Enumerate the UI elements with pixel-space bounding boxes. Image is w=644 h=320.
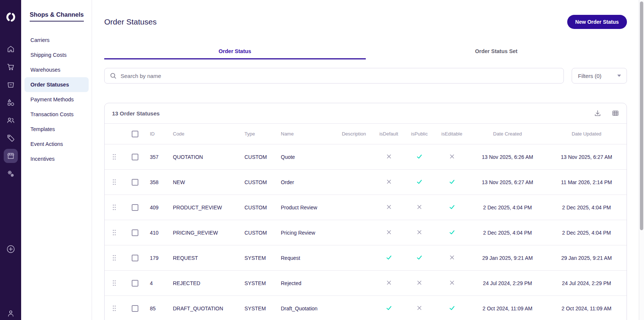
scrollbar-thumb[interactable] bbox=[640, 1, 643, 230]
cell-name: Quote bbox=[277, 154, 334, 160]
subnav-item[interactable]: Templates bbox=[24, 122, 89, 137]
cell-date-created: 2 Dec 2025, 4:04 PM bbox=[469, 205, 546, 210]
order-statuses-card: 13 Order Statuses ID Code Type Name Desc… bbox=[104, 103, 627, 320]
cell-type: SYSTEM bbox=[241, 255, 277, 261]
col-header-isdefault: isDefault bbox=[374, 131, 404, 137]
subnav-item[interactable]: Payment Methods bbox=[24, 92, 89, 107]
cell-ispublic bbox=[404, 254, 435, 262]
cell-iseditable bbox=[435, 280, 469, 287]
cell-code: NEW bbox=[169, 179, 241, 185]
select-all-checkbox[interactable] bbox=[132, 131, 138, 137]
row-checkbox[interactable] bbox=[132, 204, 138, 211]
cell-date-created: 13 Nov 2025, 6:27 AM bbox=[469, 179, 546, 185]
drag-handle-icon[interactable] bbox=[105, 204, 124, 210]
col-header-date-updated: Date Updated bbox=[546, 131, 627, 137]
subnav-item[interactable]: Transaction Costs bbox=[24, 107, 89, 122]
cell-name: Product Review bbox=[277, 205, 334, 210]
table-row[interactable]: 357 QUOTATION CUSTOM Quote 13 Nov 2025, … bbox=[105, 144, 627, 170]
cell-code: DRAFT_QUOTATION bbox=[169, 306, 241, 311]
search-box[interactable] bbox=[104, 68, 564, 84]
subnav-item-label: Carriers bbox=[30, 37, 50, 43]
search-input[interactable] bbox=[120, 72, 564, 79]
settings-gears-icon[interactable] bbox=[6, 169, 15, 178]
subnav-item[interactable]: Shipping Costs bbox=[24, 48, 89, 62]
app-logo-icon[interactable] bbox=[3, 10, 18, 25]
drag-handle-icon[interactable] bbox=[105, 179, 124, 185]
cell-ispublic bbox=[404, 204, 435, 211]
customers-people-icon[interactable] bbox=[6, 116, 15, 125]
cell-date-updated: 11 Mar 2026, 2:14 PM bbox=[546, 179, 627, 185]
cell-iseditable bbox=[435, 254, 469, 262]
row-checkbox[interactable] bbox=[132, 255, 138, 261]
add-plus-icon[interactable] bbox=[6, 245, 15, 254]
drag-handle-icon[interactable] bbox=[105, 255, 124, 261]
row-checkbox[interactable] bbox=[132, 154, 138, 160]
subnav-title: Shops & Channels bbox=[30, 11, 84, 22]
col-header-description: Description bbox=[334, 131, 374, 137]
home-icon[interactable] bbox=[6, 45, 15, 53]
search-icon bbox=[110, 72, 116, 79]
store-icon[interactable] bbox=[4, 149, 18, 163]
tab-order-status[interactable]: Order Status bbox=[104, 43, 366, 59]
cell-iseditable bbox=[435, 179, 469, 186]
subnav-item-label: Warehouses bbox=[30, 67, 60, 73]
account-person-icon[interactable] bbox=[6, 309, 15, 318]
subnav-item[interactable]: Order Statuses bbox=[24, 77, 89, 92]
filters-dropdown[interactable]: Filters (0) bbox=[572, 68, 627, 84]
row-checkbox[interactable] bbox=[132, 179, 138, 186]
filters-label: Filters (0) bbox=[578, 73, 601, 79]
subnav-item[interactable]: Carriers bbox=[24, 33, 89, 48]
table-row[interactable]: 409 PRODUCT_REVIEW CUSTOM Product Review… bbox=[105, 195, 627, 220]
cell-date-updated: 2 Oct 2024, 11:09 AM bbox=[546, 306, 627, 311]
table-row[interactable]: 85 DRAFT_QUOTATION SYSTEM Draft_Quotatio… bbox=[105, 296, 627, 320]
col-header-type: Type bbox=[241, 131, 277, 137]
cell-id: 179 bbox=[146, 255, 169, 261]
cart-icon[interactable] bbox=[6, 62, 15, 71]
cell-ispublic bbox=[404, 179, 435, 186]
cell-type: SYSTEM bbox=[241, 280, 277, 286]
drag-handle-icon[interactable] bbox=[105, 305, 124, 311]
new-order-status-button[interactable]: New Order Status bbox=[567, 15, 627, 29]
cell-date-created: 2 Oct 2024, 11:09 AM bbox=[469, 306, 546, 311]
grid-columns-icon[interactable] bbox=[612, 110, 619, 117]
table-body: 357 QUOTATION CUSTOM Quote 13 Nov 2025, … bbox=[105, 144, 627, 320]
vertical-scrollbar bbox=[639, 0, 644, 320]
cell-date-updated: 2 Dec 2025, 4:04 PM bbox=[546, 230, 627, 236]
tab-order-status-set[interactable]: Order Status Set bbox=[366, 43, 627, 59]
cell-name: Request bbox=[277, 255, 334, 261]
subnav-item-label: Incentives bbox=[30, 156, 55, 162]
catalog-shapes-icon[interactable] bbox=[6, 98, 15, 107]
cell-date-created: 24 Jul 2024, 2:29 PM bbox=[469, 280, 546, 286]
cell-date-updated: 2 Dec 2025, 4:04 PM bbox=[546, 205, 627, 210]
drag-handle-icon[interactable] bbox=[105, 229, 124, 236]
orders-box-icon[interactable] bbox=[6, 80, 15, 89]
row-checkbox[interactable] bbox=[132, 229, 138, 236]
subnav-item[interactable]: Warehouses bbox=[24, 62, 89, 77]
table-row[interactable]: 358 NEW CUSTOM Order 13 Nov 2025, 6:27 A… bbox=[105, 170, 627, 195]
drag-handle-icon[interactable] bbox=[105, 154, 124, 160]
subnav-item[interactable]: Event Actions bbox=[24, 137, 89, 151]
download-icon[interactable] bbox=[594, 110, 601, 117]
subnav-item[interactable]: Incentives bbox=[24, 151, 89, 166]
cell-iseditable bbox=[435, 305, 469, 312]
table-row[interactable]: 410 PRICING_REVIEW CUSTOM Pricing Review… bbox=[105, 220, 627, 245]
cell-id: 4 bbox=[146, 280, 169, 286]
table-row[interactable]: 179 REQUEST SYSTEM Request 29 Jan 2025, … bbox=[105, 245, 627, 271]
cell-name: Rejected bbox=[277, 280, 334, 286]
cell-type: SYSTEM bbox=[241, 306, 277, 311]
cell-name: Order bbox=[277, 179, 334, 185]
tabs: Order Status Order Status Set bbox=[104, 43, 627, 59]
cell-name: Pricing Review bbox=[277, 230, 334, 236]
table-row[interactable]: 4 REJECTED SYSTEM Rejected 24 Jul 2024, … bbox=[105, 271, 627, 296]
tag-icon[interactable] bbox=[6, 134, 15, 143]
col-header-name: Name bbox=[277, 131, 334, 137]
subnav-item-label: Shipping Costs bbox=[30, 52, 67, 58]
col-header-code: Code bbox=[169, 131, 241, 137]
drag-handle-icon[interactable] bbox=[105, 280, 124, 286]
cell-ispublic bbox=[404, 305, 435, 312]
cell-isdefault bbox=[374, 254, 404, 262]
row-checkbox[interactable] bbox=[132, 280, 138, 287]
row-checkbox[interactable] bbox=[132, 305, 138, 312]
col-header-ispublic: isPublic bbox=[404, 131, 435, 137]
cell-isdefault bbox=[374, 204, 404, 211]
